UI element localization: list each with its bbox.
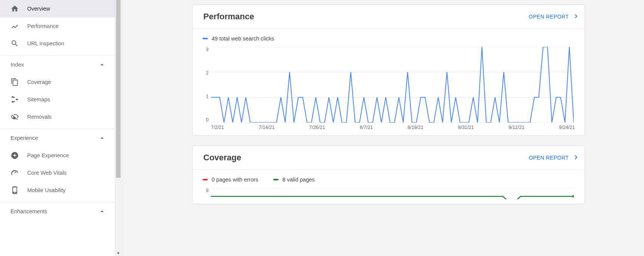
sidebar-item-label: Coverage bbox=[27, 79, 51, 85]
legend-label: 8 valid pages bbox=[282, 177, 314, 183]
sidebar-item-coverage[interactable]: Coverage bbox=[0, 73, 115, 91]
sidebar-item-label: Sitemaps bbox=[27, 96, 50, 102]
card-header: Performance OPEN REPORT bbox=[193, 5, 585, 29]
legend-swatch bbox=[203, 179, 208, 180]
card-title: Coverage bbox=[203, 153, 241, 163]
legend-label: 49 total web search clicks bbox=[212, 36, 274, 42]
gauge-icon bbox=[11, 169, 19, 177]
scroll-down-icon[interactable]: ▼ bbox=[115, 250, 121, 256]
sidebar-item-label: Core Web Vitals bbox=[27, 170, 67, 176]
chevron-up-icon bbox=[98, 208, 106, 215]
sidebar-group-enhancements[interactable]: Enhancements bbox=[0, 202, 115, 220]
legend-item-valid: 8 valid pages bbox=[273, 177, 314, 183]
tree-icon bbox=[11, 95, 19, 104]
performance-card: Performance OPEN REPORT 49 total web sea… bbox=[192, 5, 585, 136]
sidebar-item-label: Page Experience bbox=[27, 152, 69, 158]
chevron-up-icon bbox=[98, 134, 106, 142]
card-header: Coverage OPEN REPORT bbox=[193, 146, 585, 170]
trend-icon bbox=[11, 22, 19, 30]
chart-svg bbox=[211, 188, 574, 199]
sidebar-group-label: Enhancements bbox=[11, 208, 47, 214]
sidebar-group-index[interactable]: Index bbox=[0, 55, 115, 73]
sidebar-group-label: Experience bbox=[11, 135, 38, 141]
y-axis-labels: 3210 bbox=[203, 47, 209, 123]
phone-icon bbox=[11, 186, 19, 194]
sidebar-item-core-web-vitals[interactable]: Core Web Vitals bbox=[0, 164, 115, 182]
chart-legend: 0 pages with errors 8 valid pages bbox=[203, 177, 575, 183]
sidebar-item-removals[interactable]: Removals bbox=[0, 108, 115, 126]
sidebar-item-url-inspection[interactable]: URL inspection bbox=[0, 35, 115, 52]
card-title: Performance bbox=[203, 12, 254, 22]
home-icon bbox=[11, 5, 19, 13]
chart-svg bbox=[211, 47, 574, 123]
sidebar: Overview Performance URL inspection Inde… bbox=[0, 0, 115, 256]
performance-chart: 3210 bbox=[211, 47, 575, 123]
sidebar-item-sitemaps[interactable]: Sitemaps bbox=[0, 91, 115, 108]
main-scrollbar[interactable]: ▲ ▼ bbox=[115, 0, 121, 256]
sidebar-item-label: Mobile Usability bbox=[27, 187, 66, 193]
sidebar-item-label: URL inspection bbox=[27, 40, 64, 47]
chart-legend: 49 total web search clicks bbox=[203, 36, 575, 42]
sidebar-item-mobile-usability[interactable]: Mobile Usability bbox=[0, 182, 115, 199]
x-axis-labels: 7/2/217/14/217/26/218/7/218/19/218/31/21… bbox=[203, 123, 575, 131]
legend-label: 0 pages with errors bbox=[212, 177, 258, 183]
svg-point-5 bbox=[573, 195, 574, 198]
sidebar-item-label: Performance bbox=[27, 23, 59, 29]
sidebar-group-label: Index bbox=[11, 62, 24, 68]
sheets-icon bbox=[11, 78, 19, 86]
open-report-label: OPEN REPORT bbox=[529, 155, 569, 161]
main-content: Performance OPEN REPORT 49 total web sea… bbox=[121, 0, 644, 256]
coverage-card: Coverage OPEN REPORT 0 pages with errors… bbox=[192, 146, 585, 204]
sidebar-item-overview[interactable]: Overview bbox=[0, 0, 115, 17]
search-icon bbox=[11, 39, 19, 48]
scroll-thumb[interactable] bbox=[116, 0, 121, 178]
circle-plus-icon bbox=[11, 151, 19, 160]
card-body: 49 total web search clicks 3210 7/2/217/… bbox=[193, 29, 585, 135]
sidebar-item-performance[interactable]: Performance bbox=[0, 17, 115, 35]
card-body: 0 pages with errors 8 valid pages 9 bbox=[193, 170, 585, 204]
legend-swatch bbox=[203, 38, 208, 39]
eye-off-icon bbox=[11, 113, 19, 121]
legend-item-clicks: 49 total web search clicks bbox=[203, 36, 274, 42]
sidebar-item-label: Removals bbox=[27, 114, 51, 120]
coverage-chart: 9 bbox=[211, 188, 575, 199]
open-report-link[interactable]: OPEN REPORT bbox=[529, 12, 580, 22]
legend-swatch bbox=[273, 179, 279, 180]
chevron-right-icon bbox=[572, 12, 580, 22]
open-report-label: OPEN REPORT bbox=[529, 14, 569, 20]
chevron-right-icon bbox=[572, 153, 580, 163]
sidebar-item-label: Overview bbox=[27, 6, 50, 12]
y-axis-labels: 9 bbox=[203, 188, 209, 199]
sidebar-item-page-experience[interactable]: Page Experience bbox=[0, 147, 115, 164]
chevron-up-icon bbox=[98, 61, 106, 68]
legend-item-errors: 0 pages with errors bbox=[203, 177, 258, 183]
sidebar-group-experience[interactable]: Experience bbox=[0, 129, 115, 147]
open-report-link[interactable]: OPEN REPORT bbox=[529, 153, 580, 163]
